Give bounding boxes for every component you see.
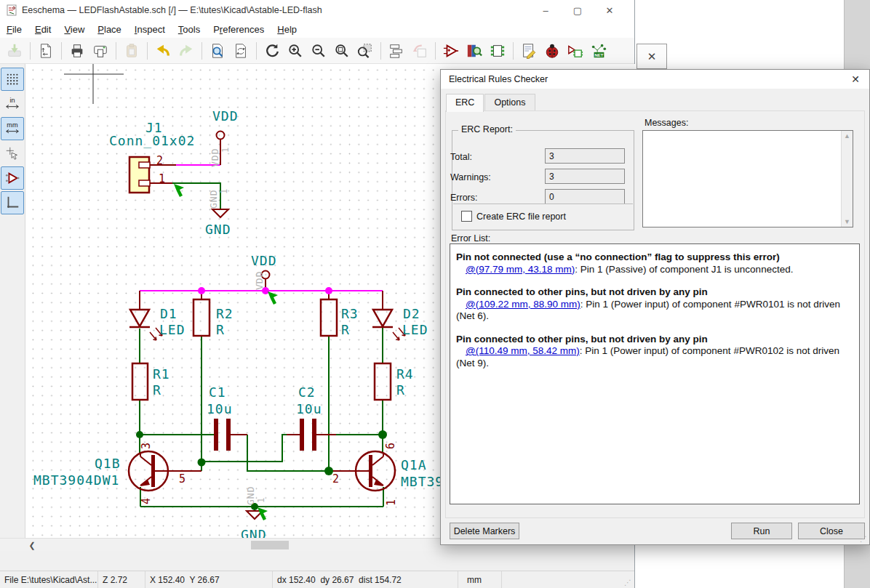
power-symbol-vdd-j1[interactable] [217, 132, 225, 140]
schematic-text[interactable]: R1 [153, 366, 170, 382]
diode-d2[interactable] [372, 310, 405, 340]
error-location-link[interactable]: @(97.79 mm, 43.18 mm) [466, 264, 575, 275]
hierarchy-navigator-button[interactable] [386, 41, 407, 61]
schematic-text[interactable]: 10u [296, 401, 322, 416]
schematic-text[interactable]: 2 [156, 154, 164, 167]
total-field[interactable]: 3 [545, 148, 625, 164]
find-replace-button[interactable] [231, 41, 251, 61]
run-button[interactable]: Run [731, 523, 792, 539]
erc-dialog-titlebar[interactable]: Electrical Rules Checker ✕ [441, 70, 869, 89]
error-location-link[interactable]: @(109.22 mm, 88.90 mm) [466, 299, 580, 310]
maximize-button[interactable]: ▢ [562, 0, 594, 20]
menu-file[interactable]: File [0, 22, 28, 37]
menu-place[interactable]: Place [91, 22, 128, 37]
schematic-text[interactable]: 4 [140, 497, 153, 504]
minimize-button[interactable]: – [530, 0, 562, 20]
plot-button[interactable] [90, 41, 111, 61]
schematic-text[interactable]: Q1A [401, 457, 427, 472]
erc-button[interactable] [542, 41, 562, 61]
page-settings-button[interactable] [36, 41, 56, 61]
schematic-text[interactable]: 1 [220, 147, 231, 153]
undo-button[interactable] [153, 41, 173, 61]
power-symbol-gnd-j1[interactable] [212, 209, 228, 217]
warnings-field[interactable]: 3 [545, 169, 625, 184]
redo-button[interactable] [176, 41, 196, 61]
print-button[interactable] [67, 41, 87, 61]
refresh-button[interactable] [262, 41, 282, 61]
resistor-r2[interactable] [193, 299, 209, 336]
schematic-text[interactable]: D1 [160, 306, 177, 321]
resistor-r4[interactable] [375, 363, 391, 400]
schematic-text[interactable]: R [153, 382, 161, 398]
schematic-text[interactable]: 1 [219, 188, 229, 194]
close-dialog-button[interactable]: Close [798, 523, 865, 539]
tab-options[interactable]: Options [484, 94, 535, 111]
zoom-fit-button[interactable] [332, 41, 352, 61]
scroll-left-icon[interactable]: ❮ [26, 539, 38, 551]
footprint-editor-button[interactable] [487, 41, 508, 61]
resistor-r1[interactable] [132, 363, 148, 400]
zoom-in-button[interactable] [285, 41, 306, 61]
zoom-selection-button[interactable] [355, 41, 375, 61]
schematic-text[interactable]: C1 [209, 384, 226, 400]
schematic-text[interactable]: GND [241, 527, 267, 538]
find-button[interactable] [207, 41, 228, 61]
schematic-text[interactable]: 5 [179, 472, 186, 486]
transistor-q1b[interactable] [129, 451, 201, 491]
grid-toggle-button[interactable] [1, 68, 24, 91]
save-button[interactable] [4, 41, 25, 61]
schematic-text[interactable]: VDD [254, 271, 265, 290]
schematic-text[interactable]: 1 [256, 497, 266, 503]
schematic-text[interactable]: GND [245, 486, 256, 505]
assign-footprints-button[interactable] [565, 41, 586, 61]
schematic-text[interactable]: LED [402, 322, 428, 337]
netlist-button[interactable]: NET [588, 41, 609, 61]
scrollbar-thumb[interactable] [251, 541, 289, 549]
schematic-text[interactable]: R [396, 382, 405, 398]
schematic-text[interactable]: Q1B [95, 456, 121, 471]
menu-inspect[interactable]: Inspect [128, 22, 172, 37]
schematic-text[interactable]: D2 [403, 306, 420, 321]
menu-tools[interactable]: Tools [172, 22, 207, 37]
error-location-link[interactable]: @(110.49 mm, 58.42 mm) [466, 345, 580, 356]
titlebar[interactable]: Eeschema — LEDFlashAstable.sch [/] — E:\… [0, 0, 634, 20]
schematic-text[interactable]: MBT3904DW1 [33, 472, 119, 488]
leave-sheet-button[interactable] [410, 41, 430, 61]
errors-field[interactable]: 0 [545, 189, 625, 204]
units-mm-toggle-button[interactable]: mm [1, 117, 24, 140]
capacitor-c1[interactable] [214, 419, 247, 451]
zoom-out-button[interactable] [308, 41, 329, 61]
erc-dialog-close-button[interactable]: ✕ [847, 73, 863, 86]
symbol-editor-button[interactable] [441, 41, 461, 61]
schematic-text[interactable]: VDD [251, 253, 277, 268]
symbol-library-browser-button[interactable] [464, 41, 484, 61]
create-erc-report-checkbox[interactable] [461, 211, 472, 222]
schematic-text[interactable]: 1 [385, 499, 398, 506]
paste-button[interactable] [121, 41, 142, 61]
resistor-r3[interactable] [321, 299, 337, 336]
cursor-shape-toggle-button[interactable] [1, 142, 24, 165]
units-in-toggle-button[interactable]: in [1, 92, 24, 116]
tab-erc[interactable]: ERC [446, 94, 484, 112]
diode-d1[interactable] [129, 310, 162, 340]
schematic-text[interactable]: 2 [332, 472, 340, 486]
delete-markers-button[interactable]: Delete Markers [450, 523, 519, 539]
schematic-text[interactable]: 10u [207, 401, 233, 416]
schematic-text[interactable]: R2 [216, 306, 234, 321]
messages-scrollbar[interactable]: ▲▼ [841, 131, 853, 227]
schematic-text[interactable]: VDD [212, 108, 239, 124]
schematic-text[interactable]: Conn_01x02 [109, 133, 195, 148]
error-list[interactable]: Pin not connected (use a “no connection”… [450, 243, 860, 504]
symbol-fields-table-button[interactable] [519, 41, 539, 61]
schematic-text[interactable]: 3 [140, 442, 153, 449]
schematic-text[interactable]: GND [208, 190, 219, 209]
schematic-text[interactable]: C2 [298, 384, 316, 400]
background-close-button[interactable]: ✕ [636, 44, 667, 69]
schematic-text[interactable]: 6 [384, 442, 397, 449]
schematic-text[interactable]: LED [159, 322, 185, 337]
messages-box[interactable]: ▲▼ [642, 130, 853, 227]
schematic-text[interactable]: VDD [209, 148, 220, 167]
schematic-text[interactable]: R4 [396, 366, 414, 382]
schematic-text[interactable]: R3 [341, 306, 359, 321]
schematic-text[interactable]: 1 [159, 172, 166, 185]
